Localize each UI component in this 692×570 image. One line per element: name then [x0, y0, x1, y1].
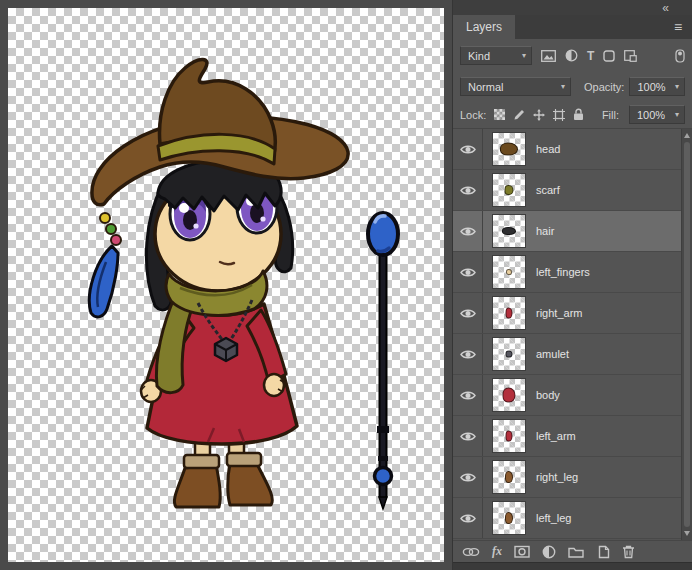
staff-art: [368, 213, 398, 509]
panel-menu-icon[interactable]: ≡: [664, 15, 692, 39]
layer-thumbnail[interactable]: [492, 419, 526, 453]
layer-thumbnail[interactable]: [492, 132, 526, 166]
layer-thumbnail[interactable]: [492, 214, 526, 248]
layer-visibility-toggle[interactable]: [453, 498, 483, 538]
lock-all-padlock-icon[interactable]: [573, 108, 584, 121]
layer-row[interactable]: body: [453, 375, 681, 416]
layer-thumbnail[interactable]: [492, 378, 526, 412]
layer-name: left_leg: [536, 512, 571, 524]
layer-thumbnail[interactable]: [492, 173, 526, 207]
layer-thumb-blob: [506, 431, 513, 442]
layer-thumbnail[interactable]: [492, 460, 526, 494]
layer-thumbnail[interactable]: [492, 296, 526, 330]
layer-thumbnail[interactable]: [492, 255, 526, 289]
layer-row[interactable]: amulet: [453, 334, 681, 375]
smart-object-filter-icon[interactable]: [624, 50, 637, 62]
delete-layer-trash-icon[interactable]: [622, 545, 635, 559]
eye-icon: [460, 226, 476, 237]
kind-filter-label: Kind: [468, 50, 490, 62]
layer-thumb-blob: [506, 308, 513, 319]
type-layer-filter-icon[interactable]: T: [587, 50, 594, 62]
fill-value: 100%: [637, 109, 665, 121]
collapse-panel-icon[interactable]: «: [662, 3, 668, 13]
lock-artboard-icon[interactable]: [553, 109, 565, 121]
lock-transparent-pixels-icon[interactable]: [494, 109, 505, 120]
layer-row[interactable]: head: [453, 129, 681, 170]
layer-visibility-toggle[interactable]: [453, 375, 483, 415]
blend-mode-value: Normal: [468, 81, 503, 93]
layer-row[interactable]: left_arm: [453, 416, 681, 457]
pixel-layer-filter-icon[interactable]: [541, 50, 556, 62]
character-art: [89, 59, 348, 507]
layer-name: scarf: [536, 184, 560, 196]
eye-icon: [460, 349, 476, 360]
scroll-down-icon[interactable]: [684, 531, 690, 536]
layer-thumb-blob: [505, 512, 513, 524]
boots-art: [174, 453, 272, 507]
opacity-label[interactable]: Opacity:: [584, 81, 624, 93]
layers-panel: « Layers ≡ Kind ▾ T: [452, 0, 692, 570]
layers-scrollbar[interactable]: [681, 129, 692, 540]
layer-name: amulet: [536, 348, 569, 360]
scroll-up-icon[interactable]: [684, 133, 690, 138]
layer-visibility-toggle[interactable]: [453, 416, 483, 456]
layer-visibility-toggle[interactable]: [453, 293, 483, 333]
eye-icon: [460, 267, 476, 278]
layer-row[interactable]: left_leg: [453, 498, 681, 539]
layer-name: right_arm: [536, 307, 582, 319]
link-layers-icon[interactable]: [462, 547, 480, 557]
adjustment-layer-filter-icon[interactable]: [565, 49, 578, 62]
add-layer-mask-icon[interactable]: [514, 545, 530, 558]
opacity-value-select[interactable]: 100% ▾: [629, 77, 685, 96]
layer-thumbnail[interactable]: [492, 501, 526, 535]
new-adjustment-layer-icon[interactable]: [542, 545, 556, 559]
layer-thumbnail[interactable]: [492, 337, 526, 371]
opacity-value: 100%: [637, 81, 665, 93]
layer-visibility-toggle[interactable]: [453, 170, 483, 210]
chevron-down-icon: ▾: [669, 110, 679, 119]
eye-icon: [460, 513, 476, 524]
blend-options-row: Normal ▾ Opacity: 100% ▾: [453, 72, 692, 101]
eye-icon: [460, 472, 476, 483]
fill-label[interactable]: Fill:: [602, 109, 619, 121]
eye-icon: [460, 185, 476, 196]
layer-row[interactable]: right_leg: [453, 457, 681, 498]
panel-bottom-strip: [453, 562, 692, 570]
layer-row[interactable]: right_arm: [453, 293, 681, 334]
layer-thumb-blob: [505, 185, 514, 195]
scrollbar-thumb[interactable]: [684, 142, 690, 527]
chevron-down-icon: ▾: [516, 51, 526, 60]
lock-image-pixels-brush-icon[interactable]: [513, 109, 525, 121]
panel-group-header: «: [453, 0, 692, 15]
tab-layers[interactable]: Layers: [453, 15, 515, 39]
photoshop-window: « Layers ≡ Kind ▾ T: [0, 0, 692, 570]
new-layer-icon[interactable]: [596, 545, 610, 559]
lock-label: Lock:: [460, 109, 486, 121]
layer-filter-row: Kind ▾ T: [453, 39, 692, 72]
document-canvas[interactable]: [8, 8, 444, 562]
kind-filter-select[interactable]: Kind ▾: [460, 46, 532, 65]
layer-visibility-toggle[interactable]: [453, 129, 483, 169]
layer-visibility-toggle[interactable]: [453, 252, 483, 292]
lock-position-move-icon[interactable]: [533, 109, 545, 121]
layer-filtering-toggle-icon[interactable]: [675, 49, 685, 63]
blend-mode-select[interactable]: Normal ▾: [460, 77, 571, 96]
character-artwork: [8, 8, 444, 562]
layer-visibility-toggle[interactable]: [453, 334, 483, 374]
new-group-folder-icon[interactable]: [568, 546, 584, 558]
eye-icon: [460, 431, 476, 442]
layers-footer-toolbar: fx: [453, 540, 692, 562]
layer-visibility-toggle[interactable]: [453, 457, 483, 497]
layer-style-fx-icon[interactable]: fx: [492, 544, 502, 559]
layer-row[interactable]: scarf: [453, 170, 681, 211]
eye-icon: [460, 144, 476, 155]
canvas-area: [0, 0, 452, 570]
fill-value-select[interactable]: 100% ▾: [629, 105, 685, 124]
panel-tab-bar: Layers ≡: [453, 15, 692, 39]
layer-thumb-blob: [506, 351, 513, 358]
layer-row[interactable]: hair: [453, 211, 681, 252]
shape-layer-filter-icon[interactable]: [603, 50, 615, 62]
layers-list: head scarf hair left_fingers right_a: [453, 129, 692, 540]
layer-row[interactable]: left_fingers: [453, 252, 681, 293]
layer-visibility-toggle[interactable]: [453, 211, 483, 251]
